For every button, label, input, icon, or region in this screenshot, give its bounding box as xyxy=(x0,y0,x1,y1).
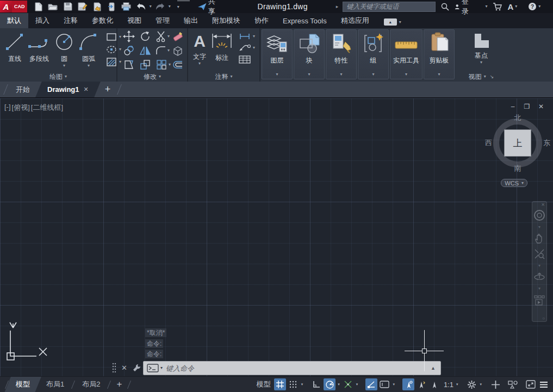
navbar-customize-icon[interactable]: ○ xyxy=(542,316,545,321)
ribbon-tab-manage[interactable]: 管理 xyxy=(148,13,177,28)
model-tab[interactable]: 模型 xyxy=(8,377,38,392)
command-close-icon[interactable]: ✕ xyxy=(121,364,127,372)
circle-button[interactable]: 圆 ▾ xyxy=(52,30,76,69)
command-options-dropdown[interactable]: ▾ xyxy=(160,366,163,370)
erase-button[interactable] xyxy=(171,29,187,43)
viewport-menu-control[interactable]: [-] xyxy=(4,103,11,113)
leader-dropdown[interactable]: ▾ xyxy=(253,46,255,50)
table-button[interactable] xyxy=(237,54,256,65)
utilities-panel-dropdown[interactable]: ▾ xyxy=(405,72,407,77)
polar-tracking-toggle[interactable] xyxy=(324,378,335,390)
properties-panel-dropdown[interactable]: ▾ xyxy=(340,72,342,77)
new-layout-button[interactable]: + xyxy=(110,377,128,392)
layers-panel-button[interactable]: 图层 ▾ xyxy=(262,29,293,79)
view-panel-launcher-icon[interactable]: ↘ xyxy=(490,74,494,79)
arc-dropdown[interactable]: ▾ xyxy=(88,64,90,68)
grid-toggle[interactable] xyxy=(274,378,286,390)
trim-button[interactable]: ▾ xyxy=(154,29,171,43)
object-snap-toggle[interactable] xyxy=(365,378,377,390)
utilities-panel-button[interactable]: 实用工具 ▾ xyxy=(390,29,422,79)
snap-dropdown[interactable]: ▾ xyxy=(300,382,305,387)
rotate-button[interactable] xyxy=(138,29,154,43)
pan-hand-icon[interactable] xyxy=(534,233,545,244)
app-store-button[interactable] xyxy=(493,3,502,11)
navbar-close-icon[interactable]: ✕ xyxy=(541,202,545,207)
text-dropdown[interactable]: ▾ xyxy=(198,61,201,66)
drawing-restore-button[interactable]: ❐ xyxy=(523,103,531,110)
ribbon-tab-output[interactable]: 输出 xyxy=(177,13,205,28)
plot-preview-button[interactable] xyxy=(91,1,103,13)
search-button[interactable] xyxy=(441,3,449,11)
annotation-autoscale-toggle[interactable] xyxy=(415,378,427,390)
ribbon-tab-parametric[interactable]: 参数化 xyxy=(85,13,120,28)
zoom-dropdown[interactable]: ▾ xyxy=(538,264,540,268)
viewcube-east[interactable]: 东 xyxy=(543,138,550,148)
otrack-dropdown[interactable]: ▾ xyxy=(355,382,359,387)
command-bar[interactable]: ▾ ▲ xyxy=(143,361,441,375)
open-file-button[interactable] xyxy=(47,1,59,13)
fillet-dropdown[interactable]: ▾ xyxy=(167,48,170,53)
circle-dropdown[interactable]: ▾ xyxy=(63,64,65,68)
undo-button[interactable] xyxy=(135,1,147,13)
ribbon-tab-collaborate[interactable]: 协作 xyxy=(247,13,276,28)
redo-dropdown[interactable]: ▾ xyxy=(169,4,171,9)
navigation-wheel-icon[interactable] xyxy=(533,209,545,221)
annotation-scale-button[interactable] xyxy=(428,378,440,390)
sign-in-button[interactable]: 登录 xyxy=(455,0,471,16)
groups-panel-button[interactable]: 组 ▾ xyxy=(358,29,389,79)
autodesk-apps-button[interactable]: A ▾ xyxy=(507,2,517,11)
annotation-visibility-toggle[interactable] xyxy=(402,378,414,390)
navwheel-dropdown[interactable]: ▾ xyxy=(538,225,540,229)
viewcube-top-face[interactable]: 上 xyxy=(504,129,531,157)
viewcube-north[interactable]: 北 xyxy=(514,113,521,123)
panel-view-label[interactable]: 视图 ▾ ↘ xyxy=(469,72,494,82)
help-button[interactable]: ? ▾ xyxy=(528,2,540,11)
drawing1-tab-close-icon[interactable]: ✕ xyxy=(84,86,89,93)
panel-modify-label[interactable]: 修改 ▾ xyxy=(117,72,187,82)
minimize-button[interactable]: – xyxy=(548,0,553,13)
navigation-bar[interactable]: ✕ ▾ ▾ ▾ ○ xyxy=(532,201,547,322)
ribbon-tab-express[interactable]: Express Tools xyxy=(276,13,334,28)
dynamic-input-dropdown[interactable]: ▾ xyxy=(392,382,396,387)
workspace-dropdown[interactable]: ▾ xyxy=(479,382,483,387)
panel-annotation-label[interactable]: 注释 ▾ xyxy=(188,72,259,82)
polyline-button[interactable]: 多段线 xyxy=(26,30,52,65)
file-tab-start[interactable]: 开始 xyxy=(7,82,39,97)
viewport-view-control[interactable]: [俯视] xyxy=(12,103,30,113)
groups-panel-dropdown[interactable]: ▾ xyxy=(372,72,374,77)
snap-toggle[interactable] xyxy=(287,378,299,390)
layout2-tab[interactable]: 布局2 xyxy=(74,377,108,392)
file-tab-drawing1[interactable]: Drawing1 ✕ xyxy=(39,82,97,97)
workspace-switching-button[interactable] xyxy=(465,378,477,390)
polar-dropdown[interactable]: ▾ xyxy=(337,382,341,387)
orbit-dropdown[interactable]: ▾ xyxy=(538,287,540,291)
copy-button[interactable] xyxy=(122,43,138,58)
ribbon-tab-home[interactable]: 默认 xyxy=(0,13,28,28)
search-input[interactable] xyxy=(343,2,436,12)
clipboard-panel-dropdown[interactable]: ▾ xyxy=(438,72,440,77)
save-button[interactable] xyxy=(61,1,74,13)
viewcube-west[interactable]: 西 xyxy=(485,138,492,148)
undo-dropdown[interactable]: ▾ xyxy=(150,4,152,9)
customize-button[interactable] xyxy=(538,378,550,390)
dynamic-input-toggle[interactable] xyxy=(378,378,390,390)
ribbon-tab-insert[interactable]: 插入 xyxy=(28,13,57,28)
viewcube-south[interactable]: 南 xyxy=(514,164,521,173)
command-tools-wrench-icon[interactable] xyxy=(132,363,141,372)
command-prompt-icon[interactable] xyxy=(147,364,159,372)
qat-customize-button[interactable]: ▾ xyxy=(177,1,190,13)
ortho-toggle[interactable] xyxy=(310,378,322,390)
mirror-button[interactable] xyxy=(138,43,154,58)
properties-panel-button[interactable]: 特性 ▾ xyxy=(326,29,357,79)
new-drawing-tab-button[interactable]: + xyxy=(97,82,119,97)
panel-draw-label[interactable]: 绘图 ▾ xyxy=(0,72,116,82)
object-snap-tracking-toggle[interactable] xyxy=(342,378,354,390)
block-panel-button[interactable]: 块 ▾ xyxy=(294,29,325,79)
ribbon-collapse-button[interactable]: ▲ ▾ xyxy=(384,18,401,26)
linear-dim-button[interactable]: ▾ xyxy=(237,32,256,41)
isolate-objects-button[interactable] xyxy=(507,378,519,390)
annotation-monitor-button[interactable] xyxy=(489,378,501,390)
ribbon-tab-annotate[interactable]: 注释 xyxy=(57,13,85,28)
show-motion-icon[interactable] xyxy=(533,295,545,307)
title-caret-icon[interactable]: ▸ xyxy=(336,4,339,9)
